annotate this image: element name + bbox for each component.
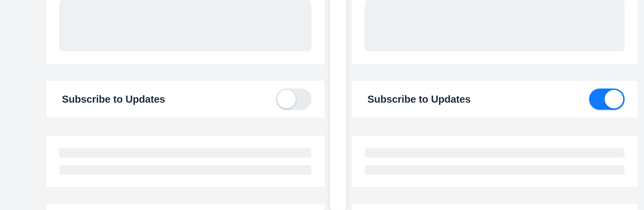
placeholder-lines-card: [46, 136, 324, 187]
subscribe-toggle[interactable]: [589, 89, 624, 110]
section-gap: [352, 64, 637, 81]
phone-panel-off: Subscribe to Updates: [0, 0, 325, 210]
placeholder-block: [59, 0, 311, 51]
bottom-card: [46, 204, 324, 210]
placeholder-line: [59, 165, 311, 175]
section-gap: [352, 187, 637, 204]
panel-divider: [330, 0, 346, 210]
subscribe-row: Subscribe to Updates: [352, 81, 637, 117]
subscribe-toggle[interactable]: [276, 89, 311, 110]
panel-divider-gutter: [325, 0, 351, 210]
subscribe-row: Subscribe to Updates: [46, 81, 324, 117]
comparison-viewport: Subscribe to Updates: [0, 0, 644, 210]
placeholder-block: [365, 0, 624, 51]
placeholder-line: [365, 165, 624, 175]
section-gap: [46, 187, 324, 204]
top-card: [46, 0, 324, 64]
placeholder-line: [365, 148, 624, 158]
placeholder-line: [59, 148, 311, 158]
section-gap: [46, 117, 324, 136]
section-gap: [46, 64, 324, 81]
phone-content: Subscribe to Updates: [46, 0, 324, 210]
phone-content: Subscribe to Updates: [352, 0, 637, 210]
phone-panel-on: Subscribe to Updates: [351, 0, 644, 210]
top-card: [352, 0, 637, 64]
bottom-card: [352, 204, 637, 210]
subscribe-label: Subscribe to Updates: [62, 93, 165, 105]
toggle-knob: [605, 90, 623, 108]
subscribe-label: Subscribe to Updates: [368, 93, 471, 105]
section-gap: [352, 117, 637, 136]
placeholder-lines-card: [352, 136, 637, 187]
toggle-knob: [277, 90, 296, 108]
